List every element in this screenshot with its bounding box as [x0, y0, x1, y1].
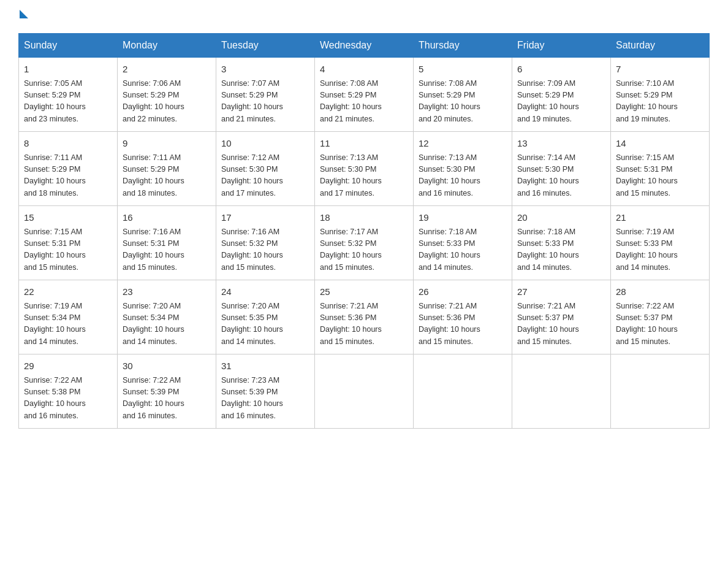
- day-cell-24: 24Sunrise: 7:20 AMSunset: 5:35 PMDayligh…: [216, 280, 315, 354]
- day-info: Sunrise: 7:19 AMSunset: 5:34 PMDaylight:…: [24, 301, 112, 348]
- day-number: 22: [24, 285, 112, 299]
- day-number: 30: [123, 359, 211, 373]
- day-cell-22: 22Sunrise: 7:19 AMSunset: 5:34 PMDayligh…: [19, 280, 118, 354]
- day-cell-12: 12Sunrise: 7:13 AMSunset: 5:30 PMDayligh…: [414, 132, 512, 206]
- day-number: 31: [221, 359, 309, 373]
- day-cell-10: 10Sunrise: 7:12 AMSunset: 5:30 PMDayligh…: [216, 132, 315, 206]
- empty-cell: [315, 354, 414, 429]
- day-info: Sunrise: 7:08 AMSunset: 5:29 PMDaylight:…: [320, 78, 408, 126]
- day-cell-31: 31Sunrise: 7:23 AMSunset: 5:39 PMDayligh…: [216, 354, 315, 429]
- day-info: Sunrise: 7:21 AMSunset: 5:36 PMDaylight:…: [419, 301, 507, 348]
- day-info: Sunrise: 7:22 AMSunset: 5:37 PMDaylight:…: [616, 301, 704, 348]
- day-cell-2: 2Sunrise: 7:06 AMSunset: 5:29 PMDaylight…: [118, 58, 216, 132]
- day-number: 9: [123, 137, 211, 151]
- day-cell-20: 20Sunrise: 7:18 AMSunset: 5:33 PMDayligh…: [512, 206, 611, 280]
- day-cell-11: 11Sunrise: 7:13 AMSunset: 5:30 PMDayligh…: [315, 132, 414, 206]
- day-cell-5: 5Sunrise: 7:08 AMSunset: 5:29 PMDaylight…: [414, 58, 512, 132]
- day-info: Sunrise: 7:09 AMSunset: 5:29 PMDaylight:…: [517, 78, 605, 126]
- day-cell-28: 28Sunrise: 7:22 AMSunset: 5:37 PMDayligh…: [611, 280, 710, 354]
- header-cell-thursday: Thursday: [414, 34, 512, 58]
- day-number: 27: [517, 285, 605, 299]
- header-cell-monday: Monday: [118, 34, 216, 58]
- day-cell-19: 19Sunrise: 7:18 AMSunset: 5:33 PMDayligh…: [414, 206, 512, 280]
- day-info: Sunrise: 7:18 AMSunset: 5:33 PMDaylight:…: [419, 226, 507, 274]
- day-info: Sunrise: 7:10 AMSunset: 5:29 PMDaylight:…: [616, 78, 704, 126]
- logo-triangle-icon: [20, 10, 28, 18]
- day-number: 5: [419, 63, 507, 77]
- day-cell-29: 29Sunrise: 7:22 AMSunset: 5:38 PMDayligh…: [19, 354, 118, 429]
- day-info: Sunrise: 7:22 AMSunset: 5:39 PMDaylight:…: [123, 375, 211, 423]
- day-info: Sunrise: 7:13 AMSunset: 5:30 PMDaylight:…: [419, 152, 507, 200]
- day-info: Sunrise: 7:16 AMSunset: 5:31 PMDaylight:…: [123, 226, 211, 274]
- day-cell-13: 13Sunrise: 7:14 AMSunset: 5:30 PMDayligh…: [512, 132, 611, 206]
- day-number: 15: [24, 211, 112, 225]
- week-row-4: 22Sunrise: 7:19 AMSunset: 5:34 PMDayligh…: [19, 280, 710, 354]
- day-info: Sunrise: 7:15 AMSunset: 5:31 PMDaylight:…: [24, 226, 112, 274]
- empty-cell: [512, 354, 611, 429]
- day-cell-15: 15Sunrise: 7:15 AMSunset: 5:31 PMDayligh…: [19, 206, 118, 280]
- day-info: Sunrise: 7:15 AMSunset: 5:31 PMDaylight:…: [616, 152, 704, 200]
- week-row-2: 8Sunrise: 7:11 AMSunset: 5:29 PMDaylight…: [19, 132, 710, 206]
- day-info: Sunrise: 7:08 AMSunset: 5:29 PMDaylight:…: [419, 78, 507, 126]
- day-number: 19: [419, 211, 507, 225]
- day-number: 16: [123, 211, 211, 225]
- day-number: 23: [123, 285, 211, 299]
- day-info: Sunrise: 7:13 AMSunset: 5:30 PMDaylight:…: [320, 152, 408, 200]
- day-number: 18: [320, 211, 408, 225]
- header-row: SundayMondayTuesdayWednesdayThursdayFrid…: [19, 34, 710, 58]
- day-number: 17: [221, 211, 309, 225]
- day-number: 26: [419, 285, 507, 299]
- day-number: 7: [616, 63, 704, 77]
- day-cell-25: 25Sunrise: 7:21 AMSunset: 5:36 PMDayligh…: [315, 280, 414, 354]
- logo: [18, 12, 29, 21]
- day-cell-4: 4Sunrise: 7:08 AMSunset: 5:29 PMDaylight…: [315, 58, 414, 132]
- week-row-1: 1Sunrise: 7:05 AMSunset: 5:29 PMDaylight…: [19, 58, 710, 132]
- day-number: 24: [221, 285, 309, 299]
- day-info: Sunrise: 7:20 AMSunset: 5:34 PMDaylight:…: [123, 301, 211, 348]
- day-cell-27: 27Sunrise: 7:21 AMSunset: 5:37 PMDayligh…: [512, 280, 611, 354]
- day-number: 21: [616, 211, 704, 225]
- day-info: Sunrise: 7:14 AMSunset: 5:30 PMDaylight:…: [517, 152, 605, 200]
- day-info: Sunrise: 7:18 AMSunset: 5:33 PMDaylight:…: [517, 226, 605, 274]
- day-number: 29: [24, 359, 112, 373]
- day-info: Sunrise: 7:11 AMSunset: 5:29 PMDaylight:…: [123, 152, 211, 200]
- day-cell-9: 9Sunrise: 7:11 AMSunset: 5:29 PMDaylight…: [118, 132, 216, 206]
- week-row-5: 29Sunrise: 7:22 AMSunset: 5:38 PMDayligh…: [19, 354, 710, 429]
- day-number: 6: [517, 63, 605, 77]
- day-cell-16: 16Sunrise: 7:16 AMSunset: 5:31 PMDayligh…: [118, 206, 216, 280]
- day-info: Sunrise: 7:11 AMSunset: 5:29 PMDaylight:…: [24, 152, 112, 200]
- day-number: 3: [221, 63, 309, 77]
- day-number: 28: [616, 285, 704, 299]
- day-number: 14: [616, 137, 704, 151]
- day-info: Sunrise: 7:12 AMSunset: 5:30 PMDaylight:…: [221, 152, 309, 200]
- day-info: Sunrise: 7:06 AMSunset: 5:29 PMDaylight:…: [123, 78, 211, 126]
- day-number: 25: [320, 285, 408, 299]
- day-number: 1: [24, 63, 112, 77]
- day-info: Sunrise: 7:20 AMSunset: 5:35 PMDaylight:…: [221, 301, 309, 348]
- day-info: Sunrise: 7:23 AMSunset: 5:39 PMDaylight:…: [221, 375, 309, 423]
- day-cell-8: 8Sunrise: 7:11 AMSunset: 5:29 PMDaylight…: [19, 132, 118, 206]
- header-cell-friday: Friday: [512, 34, 611, 58]
- day-cell-23: 23Sunrise: 7:20 AMSunset: 5:34 PMDayligh…: [118, 280, 216, 354]
- day-cell-18: 18Sunrise: 7:17 AMSunset: 5:32 PMDayligh…: [315, 206, 414, 280]
- header-cell-saturday: Saturday: [611, 34, 710, 58]
- day-number: 8: [24, 137, 112, 151]
- day-cell-3: 3Sunrise: 7:07 AMSunset: 5:29 PMDaylight…: [216, 58, 315, 132]
- day-cell-1: 1Sunrise: 7:05 AMSunset: 5:29 PMDaylight…: [19, 58, 118, 132]
- day-cell-7: 7Sunrise: 7:10 AMSunset: 5:29 PMDaylight…: [611, 58, 710, 132]
- header-cell-tuesday: Tuesday: [216, 34, 315, 58]
- day-number: 13: [517, 137, 605, 151]
- calendar-table: SundayMondayTuesdayWednesdayThursdayFrid…: [18, 33, 710, 429]
- day-cell-26: 26Sunrise: 7:21 AMSunset: 5:36 PMDayligh…: [414, 280, 512, 354]
- empty-cell: [414, 354, 512, 429]
- week-row-3: 15Sunrise: 7:15 AMSunset: 5:31 PMDayligh…: [19, 206, 710, 280]
- day-number: 12: [419, 137, 507, 151]
- header-cell-wednesday: Wednesday: [315, 34, 414, 58]
- day-cell-30: 30Sunrise: 7:22 AMSunset: 5:39 PMDayligh…: [118, 354, 216, 429]
- day-info: Sunrise: 7:16 AMSunset: 5:32 PMDaylight:…: [221, 226, 309, 274]
- day-number: 20: [517, 211, 605, 225]
- day-info: Sunrise: 7:22 AMSunset: 5:38 PMDaylight:…: [24, 375, 112, 423]
- day-info: Sunrise: 7:07 AMSunset: 5:29 PMDaylight:…: [221, 78, 309, 126]
- day-info: Sunrise: 7:19 AMSunset: 5:33 PMDaylight:…: [616, 226, 704, 274]
- day-number: 4: [320, 63, 408, 77]
